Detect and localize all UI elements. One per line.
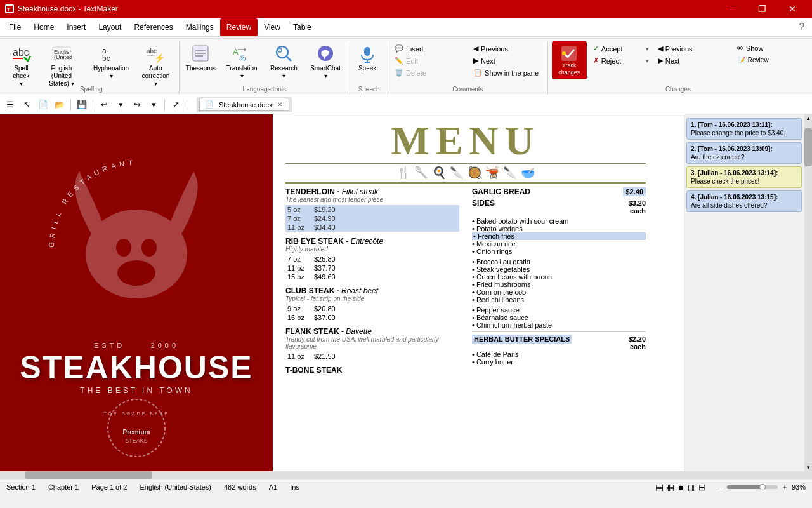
show-pane-button[interactable]: 📋 Show in the pane <box>471 67 547 78</box>
status-position: A1 <box>269 483 277 491</box>
help-button[interactable]: ? <box>794 20 809 35</box>
open-button[interactable]: 📂 <box>52 97 67 112</box>
minimize-button[interactable]: — <box>717 0 746 18</box>
statusbar: Section 1 Chapter 1 Page 1 of 2 English … <box>0 479 812 495</box>
doc-tab[interactable]: 📄 Steakhouse.docx ✕ <box>199 98 289 111</box>
hscroll-thumb[interactable] <box>25 471 152 479</box>
ribeye-name: RIB EYE STEAK - Entrecôte <box>285 237 459 246</box>
reject-icon: ✗ <box>593 57 599 65</box>
clubsteak-name: CLUB STEAK - Roast beef <box>285 286 459 295</box>
previous-comment-button[interactable]: ◀ Previous <box>471 43 547 54</box>
auto-correction-button[interactable]: abc ⚡ Autocorrection ▾ <box>136 41 174 84</box>
accept-button[interactable]: ✓ Accept ▾ <box>589 43 653 54</box>
zoom-in-button[interactable]: + <box>783 483 787 491</box>
hyphenation-button[interactable]: a- bc Hyphenation ▾ <box>88 41 134 84</box>
edit-comment-button[interactable]: ✏️ Edit <box>392 55 468 66</box>
research-button[interactable]: Research ▾ <box>265 41 303 84</box>
prev-icon: ◀ <box>473 44 478 53</box>
speech-group-label: Speech <box>354 84 384 95</box>
herbal-butter-name: HERBAL BUTTER SPECIALS <box>472 335 572 344</box>
track-changes-label: Trackchanges <box>558 62 580 76</box>
horizontal-scrollbar[interactable] <box>0 471 812 479</box>
comments-panel: 1. [Tom - 16.06.2023 13:11]: Please chan… <box>684 114 804 471</box>
menu-home[interactable]: Home <box>27 18 60 36</box>
status-section: Section 1 <box>6 483 36 491</box>
comment-2-text: Are the oz correct? <box>691 154 797 161</box>
view-layout-button[interactable]: ▦ <box>666 482 674 492</box>
scroll-up-button[interactable]: ▲ <box>804 114 812 122</box>
menu-table[interactable]: Table <box>287 18 318 36</box>
svg-text:あ: あ <box>239 53 246 61</box>
next-change-button[interactable]: ▶ Next <box>655 55 731 66</box>
auto-correction-icon: abc ⚡ <box>145 43 166 64</box>
show-icon: 👁 <box>737 44 743 52</box>
spell-check-button[interactable]: abc Spellcheck ▾ <box>8 41 35 84</box>
select-button[interactable]: ↗ <box>168 97 183 112</box>
show-changes-button[interactable]: 👁 Show <box>734 43 810 53</box>
translation-button[interactable]: A あ Translation ▾ <box>221 41 262 84</box>
app-icon: T <box>5 4 14 13</box>
save-button[interactable]: 💾 <box>74 97 89 112</box>
menu-mailings[interactable]: Mailings <box>180 18 220 36</box>
hyphenation-icon: a- bc <box>101 43 121 64</box>
english-button[interactable]: English (United English (UnitedStates) ▾ <box>37 41 86 84</box>
review-button[interactable]: 📝 Review <box>734 55 810 65</box>
zoom-out-button[interactable]: – <box>717 483 721 491</box>
ribeye-item: RIB EYE STEAK - Entrecôte Highly marbled… <box>285 237 459 281</box>
undo-arrow-button[interactable]: ▾ <box>113 97 128 112</box>
ribbon-group-spelling: abc Spellcheck ▾ English (United <box>4 41 180 95</box>
menu-view[interactable]: View <box>258 18 287 36</box>
view-book-button[interactable]: ⊟ <box>698 482 706 492</box>
delete-comment-button[interactable]: 🗑️ Delete <box>392 67 468 78</box>
svg-line-19 <box>287 57 291 61</box>
right-page: MENU 🍴🥄🍳🔪🥘🫕🔪🥣 TENDERLOIN - Fillet steak … <box>273 114 684 471</box>
ribbon: abc Spellcheck ▾ English (United <box>0 37 812 95</box>
zoom-slider[interactable] <box>727 485 778 489</box>
maximize-button[interactable]: ❐ <box>747 0 776 18</box>
view-normal-button[interactable]: ▤ <box>655 482 664 492</box>
speak-button[interactable]: Speak <box>354 41 381 84</box>
vertical-scrollbar[interactable]: ▲ ▼ <box>804 114 812 471</box>
menu-layout[interactable]: Layout <box>92 18 128 36</box>
track-changes-button[interactable]: Trackchanges <box>552 41 587 79</box>
ribeye-row-3: 15 oz $49.60 <box>285 272 459 281</box>
new-doc-button[interactable]: 📄 <box>36 97 51 112</box>
reject-button[interactable]: ✗ Reject ▾ <box>589 55 653 66</box>
research-label: Research ▾ <box>268 65 299 80</box>
left-page-text: ESTD 2000 STEAKHOUSE THE BEST IN TOWN <box>0 342 273 395</box>
menu-file[interactable]: File <box>3 18 27 36</box>
next-icon: ▶ <box>473 57 478 65</box>
menu-review[interactable]: Review <box>220 18 258 36</box>
translation-label: Translation ▾ <box>224 65 259 80</box>
redo-arrow-button[interactable]: ▾ <box>146 97 161 112</box>
doc-tab-icon: 📄 <box>205 100 214 109</box>
zoom-thumb[interactable] <box>759 484 766 490</box>
thesaurus-button[interactable]: Thesaurus <box>183 41 219 84</box>
doc-tab-close[interactable]: ✕ <box>277 101 282 108</box>
next-comment-button[interactable]: ▶ Next <box>471 55 547 66</box>
show-label: Show <box>746 44 764 52</box>
garlic-bread-item: GARLIC BREAD $2.40 <box>472 187 646 196</box>
menubar: File Home Insert Layout References Maili… <box>0 18 812 37</box>
delete-label: Delete <box>406 69 426 77</box>
scroll-down-button[interactable]: ▼ <box>804 464 812 471</box>
undo-button[interactable]: ↩ <box>96 97 112 112</box>
insert-comment-button[interactable]: 💬 Insert <box>392 43 468 54</box>
menu-references[interactable]: References <box>128 18 179 36</box>
herbal-butter-list: • Café de Paris • Curry butter <box>472 351 646 366</box>
toolbar-menu-button[interactable]: ☰ <box>3 97 18 112</box>
sides-column: GARLIC BREAD $2.40 SIDES $3.20each • Bak… <box>472 187 646 375</box>
status-pages: Page 1 of 2 <box>91 483 127 491</box>
toolbar-cursor-button[interactable]: ↖ <box>19 97 34 112</box>
redo-button[interactable]: ↪ <box>129 97 145 112</box>
close-button[interactable]: ✕ <box>778 0 807 18</box>
scroll-thumb[interactable] <box>804 128 812 166</box>
view-outline-button[interactable]: ▣ <box>677 482 685 492</box>
comment-4: 4. [Julian - 16.06.2023 13:15]: Are all … <box>686 190 802 212</box>
tenderloin-prices: 5 oz $19.20 7 oz $24.90 11 oz $34.40 <box>285 205 459 232</box>
smartchat-button[interactable]: SmartChat ▾ <box>305 41 346 84</box>
menu-insert[interactable]: Insert <box>60 18 92 36</box>
previous-change-button[interactable]: ◀ Previous <box>655 43 731 54</box>
view-split-button[interactable]: ▥ <box>688 482 696 492</box>
previous-change-label: Previous <box>665 45 693 53</box>
